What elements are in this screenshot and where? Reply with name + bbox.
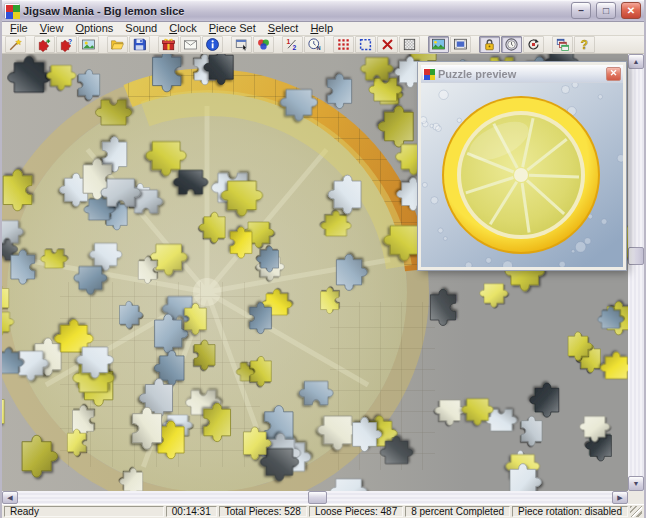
toolbar-button-wizard[interactable] (5, 36, 26, 53)
info-icon (205, 37, 220, 52)
status-panel-5: Piece rotation: disabled (512, 506, 628, 517)
menu-item-clock[interactable]: Clock (163, 22, 203, 35)
background-image-icon (431, 37, 446, 52)
cascade-windows-icon (555, 37, 570, 52)
puzzle-piece[interactable] (2, 394, 4, 429)
close-button[interactable]: ✕ (621, 2, 641, 19)
image-icon (81, 37, 96, 52)
menu-item-help[interactable]: Help (304, 22, 339, 35)
preview-close-button[interactable]: ✕ (606, 67, 621, 81)
status-panel-4: 8 percent Completed (405, 506, 510, 517)
scroll-right-button[interactable]: ▶ (612, 491, 628, 504)
delete-icon (380, 37, 395, 52)
clock-delay-icon: N (307, 37, 322, 52)
toolbar-button-background-box[interactable] (450, 36, 471, 53)
toolbar-button-cascade-windows[interactable] (552, 36, 573, 53)
horizontal-scrollbar-row: ◀ ▶ (2, 491, 644, 504)
preview-image (421, 83, 623, 267)
scroll-left-button[interactable]: ◀ (2, 491, 18, 504)
toolbar-button-delete[interactable] (377, 36, 398, 53)
vertical-scroll-thumb[interactable] (628, 247, 644, 265)
menu-bar: FileViewOptionsSoundClockPiece SetSelect… (2, 22, 644, 36)
svg-text:2: 2 (293, 44, 297, 51)
status-panel-ready: Ready (4, 506, 164, 517)
main-area: ▲ ▼ Puzzle preview ✕ (2, 54, 644, 491)
toolbar-button-dither-image[interactable] (399, 36, 420, 53)
toolbar-button-select-grid[interactable] (355, 36, 376, 53)
menu-item-select[interactable]: Select (262, 22, 305, 35)
minimize-button[interactable]: – (571, 2, 591, 19)
preview-title-bar[interactable]: Puzzle preview ✕ (421, 65, 623, 83)
preview-title: Puzzle preview (438, 68, 602, 80)
split-half-icon: 12 (285, 37, 300, 52)
app-window: Jigsaw Mania - Big lemon slice – □ ✕ Fil… (0, 0, 646, 518)
puzzle-help-icon: ? (59, 37, 74, 52)
preview-window[interactable]: Puzzle preview ✕ (418, 62, 626, 270)
new-puzzle-piece-icon (37, 37, 52, 52)
horizontal-scrollbar[interactable]: ◀ ▶ (2, 491, 628, 504)
vertical-scrollbar[interactable]: ▲ ▼ (628, 54, 644, 491)
puzzle-piece[interactable] (2, 284, 9, 312)
toolbar-button-info[interactable] (202, 36, 223, 53)
horizontal-scroll-thumb[interactable] (308, 491, 327, 504)
toolbar-button-split-half[interactable]: 12 (282, 36, 303, 53)
toolbar: ?12N? (2, 36, 644, 54)
lemon-slice (442, 96, 600, 254)
maximize-button[interactable]: □ (596, 2, 616, 19)
toolbar-button-rotate-pieces[interactable] (523, 36, 544, 53)
svg-text:1: 1 (287, 38, 291, 45)
menu-item-options[interactable]: Options (69, 22, 119, 35)
app-icon (5, 4, 19, 18)
timer-icon (504, 37, 519, 52)
resize-grip[interactable] (630, 506, 642, 517)
scroll-up-button[interactable]: ▲ (628, 54, 644, 69)
colors-icon (256, 37, 271, 52)
toolbar-button-image[interactable] (78, 36, 99, 53)
status-panel-2: Total Pieces: 528 (219, 506, 307, 517)
toolbar-button-arrange-grid[interactable] (333, 36, 354, 53)
status-panel-3: Loose Pieces: 487 (309, 506, 403, 517)
gift-icon (161, 37, 176, 52)
menu-item-sound[interactable]: Sound (119, 22, 163, 35)
window-title: Jigsaw Mania - Big lemon slice (23, 5, 566, 17)
background-box-icon (453, 37, 468, 52)
scrollbar-corner (628, 491, 644, 504)
wizard-icon (8, 37, 23, 52)
menu-item-file[interactable]: File (4, 22, 34, 35)
select-grid-icon (358, 37, 373, 52)
open-icon (110, 37, 125, 52)
svg-text:?: ? (581, 38, 588, 52)
arrange-grid-icon (336, 37, 351, 52)
rotate-pieces-icon (526, 37, 541, 52)
status-panel-1: 00:14:31 (166, 506, 217, 517)
toolbar-button-background-image[interactable] (428, 36, 449, 53)
title-bar: Jigsaw Mania - Big lemon slice – □ ✕ (2, 0, 644, 22)
preview-app-icon (423, 68, 434, 79)
menu-item-view[interactable]: View (34, 22, 70, 35)
save-icon (132, 37, 147, 52)
toolbar-button-window-options[interactable] (231, 36, 252, 53)
toolbar-button-puzzle-help[interactable]: ? (56, 36, 77, 53)
menu-item-piece-set[interactable]: Piece Set (203, 22, 262, 35)
toolbar-button-colors[interactable] (253, 36, 274, 53)
toolbar-button-save[interactable] (129, 36, 150, 53)
svg-text:?: ? (68, 38, 72, 45)
email-icon (183, 37, 198, 52)
vertical-scroll-track[interactable] (628, 69, 644, 476)
toolbar-button-help[interactable]: ? (574, 36, 595, 53)
svg-text:N: N (317, 45, 321, 51)
toolbar-button-open[interactable] (107, 36, 128, 53)
lock-pieces-icon (482, 37, 497, 52)
horizontal-scroll-track[interactable] (18, 491, 612, 504)
toolbar-button-email[interactable] (180, 36, 201, 53)
toolbar-button-timer[interactable] (501, 36, 522, 53)
toolbar-button-lock-pieces[interactable] (479, 36, 500, 53)
help-icon: ? (577, 37, 592, 52)
status-bar: Ready00:14:31Total Pieces: 528Loose Piec… (2, 504, 644, 518)
toolbar-button-new-puzzle-piece[interactable] (34, 36, 55, 53)
toolbar-button-gift[interactable] (158, 36, 179, 53)
toolbar-button-clock-delay[interactable]: N (304, 36, 325, 53)
scroll-down-button[interactable]: ▼ (628, 476, 644, 491)
puzzle-piece[interactable] (330, 479, 367, 491)
dither-image-icon (402, 37, 417, 52)
